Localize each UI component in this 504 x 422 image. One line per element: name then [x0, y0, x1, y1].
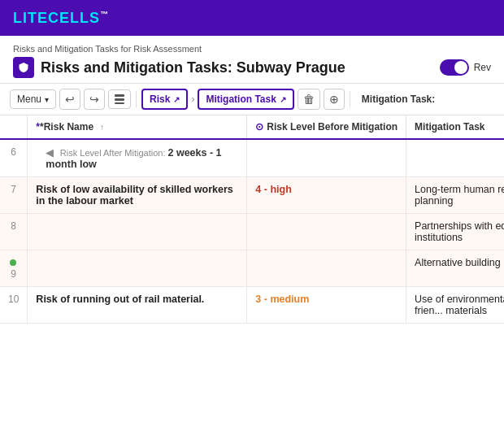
sort-icon[interactable]: ↑ — [100, 123, 104, 132]
page-title: Risks and Mitigation Tasks: Subway Pragu… — [13, 57, 345, 78]
risk-name-col-label: *Risk Name — [40, 121, 93, 133]
col-header-mitigation[interactable]: Mitigation Task — [406, 115, 504, 139]
risk-button[interactable]: Risk ↗ — [141, 89, 188, 110]
delete-button[interactable]: 🗑 — [298, 89, 320, 110]
risk-label: Risk — [150, 94, 170, 105]
risk-level-col-label: Risk Level Before Mitigation — [267, 121, 398, 133]
risk-level-cell: 3 - medium — [247, 287, 406, 324]
risk-name-text: Risk of low availability of skilled work… — [36, 184, 232, 207]
header-bar: LITECELLS™ — [0, 0, 504, 36]
risk-level-cell: 4 - high — [247, 177, 406, 214]
toolbar-divider-1 — [136, 91, 137, 107]
add-button[interactable]: ⊕ — [324, 89, 345, 110]
logo-lite: LITE — [13, 10, 48, 26]
main-table: * *Risk Name ↑ ⊙ Risk Level Before Mitig… — [0, 115, 504, 324]
risk-name-text: Risk of running out of rail material. — [36, 294, 204, 305]
shield-icon — [13, 57, 34, 78]
risk-name-cell — [28, 214, 247, 250]
row-num: 9 — [0, 250, 28, 287]
mitigation-task-cell: Partnerships with education institutions — [406, 214, 504, 250]
mitigation-col-label: Mitigation Task — [415, 121, 484, 133]
table-row: 10 Risk of running out of rail material.… — [0, 287, 504, 324]
risk-name-cell — [28, 250, 247, 287]
risk-after-label: Risk Level After Mitigation: — [60, 148, 168, 158]
risk-level-cell — [247, 250, 406, 287]
row-num: 6 — [0, 139, 28, 177]
logo: LITECELLS™ — [13, 10, 109, 27]
risk-level-value: 4 - high — [255, 184, 291, 195]
toolbar-divider-2 — [350, 91, 350, 107]
toggle-switch[interactable] — [440, 59, 469, 76]
row-num: 7 — [0, 177, 28, 214]
mitigation-task-cell: Long-term human resources planning — [406, 177, 504, 214]
external-link-icon: ↗ — [173, 95, 180, 104]
mitigation-task-cell: Use of environmentally frien... material… — [406, 287, 504, 324]
col-header-rownum — [0, 115, 28, 139]
chevron-down-icon: ▾ — [45, 95, 49, 104]
toolbar: Menu ▾ ↩ ↪ Risk ↗ › Mitigation Task ↗ 🗑 … — [0, 84, 504, 115]
external-link-icon-2: ↗ — [280, 95, 286, 104]
risk-level-value: 3 - medium — [255, 294, 309, 305]
green-dot-icon — [10, 259, 16, 266]
svg-rect-0 — [115, 94, 124, 97]
risk-level-cell — [247, 214, 406, 250]
risk-name-cell: ◀ Risk Level After Mitigation: 2 weeks -… — [28, 139, 247, 177]
risk-level-cell — [247, 139, 406, 177]
redo-button[interactable]: ↪ — [84, 89, 105, 110]
risk-level-icon: ⊙ — [255, 121, 263, 133]
title-section: Risks and Mitigation Tasks for Risk Asse… — [0, 36, 504, 84]
breadcrumb-arrow-icon: › — [191, 94, 194, 105]
page-title-row: Risks and Mitigation Tasks: Subway Pragu… — [13, 57, 491, 78]
table-row: 6 ◀ Risk Level After Mitigation: 2 weeks… — [0, 139, 504, 177]
mitigation-task-cell: Alternative building plan — [406, 250, 504, 287]
svg-rect-1 — [115, 98, 124, 101]
row-num: 10 — [0, 287, 28, 324]
menu-button[interactable]: Menu ▾ — [10, 89, 56, 109]
col-header-risk-name[interactable]: * *Risk Name ↑ — [28, 115, 247, 139]
undo-button[interactable]: ↩ — [59, 89, 80, 110]
mitigation-task-right-label: Mitigation Task: — [362, 94, 435, 105]
mitigation-task-button[interactable]: Mitigation Task ↗ — [198, 89, 293, 110]
table-container[interactable]: * *Risk Name ↑ ⊙ Risk Level Before Mitig… — [0, 115, 504, 404]
table-row: 9 Alternative building plan — [0, 250, 504, 287]
risk-name-cell: Risk of low availability of skilled work… — [28, 177, 247, 214]
mitigation-task-cell — [406, 139, 504, 177]
mitigation-task-text: Partnerships with education institutions — [415, 220, 504, 243]
table-view-button[interactable] — [108, 89, 131, 109]
logo-tm: ™ — [100, 10, 109, 19]
breadcrumb: Risks and Mitigation Tasks for Risk Asse… — [13, 44, 491, 54]
toggle-label: Rev — [474, 62, 491, 73]
menu-label: Menu — [17, 94, 41, 105]
mitigation-task-text: Long-term human resources planning — [415, 184, 504, 207]
triangle-icon: ◀ — [46, 147, 54, 159]
row-num: 8 — [0, 214, 28, 250]
svg-rect-2 — [115, 102, 124, 104]
table-row: 8 Partnerships with education institutio… — [0, 214, 504, 250]
table-header: * *Risk Name ↑ ⊙ Risk Level Before Mitig… — [0, 115, 504, 139]
risk-name-cell: Risk of running out of rail material. — [28, 287, 247, 324]
col-header-risk-level[interactable]: ⊙ Risk Level Before Mitigation — [247, 115, 406, 139]
mitigation-task-label: Mitigation Task — [206, 94, 276, 105]
mitigation-task-text: Alternative building plan — [415, 257, 504, 268]
logo-cells: CELLS — [48, 10, 100, 26]
page-title-text: Risks and Mitigation Tasks: Subway Pragu… — [41, 59, 345, 76]
table-row: 7 Risk of low availability of skilled wo… — [0, 177, 504, 214]
mitigation-task-text: Use of environmentally frien... material… — [415, 294, 504, 316]
table-body: 6 ◀ Risk Level After Mitigation: 2 weeks… — [0, 139, 504, 324]
toggle-row: Rev — [440, 59, 491, 76]
